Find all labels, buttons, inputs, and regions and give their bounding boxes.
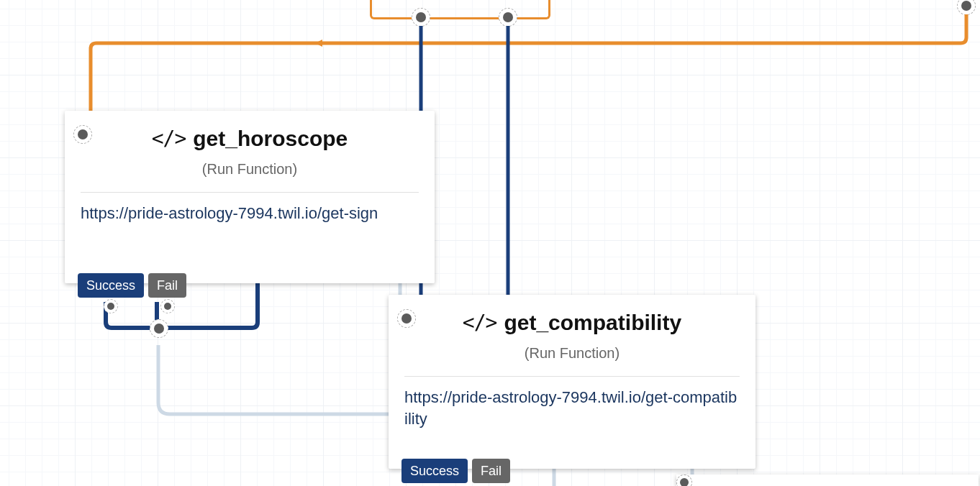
output-port[interactable] <box>499 8 517 27</box>
divider <box>81 192 419 193</box>
node-get-compatibility[interactable]: </> get_compatibility (Run Function) htt… <box>389 295 756 469</box>
node-url: https://pride-astrology-7994.twil.io/get… <box>81 203 419 224</box>
node-subtitle: (Run Function) <box>81 161 419 178</box>
code-icon: </> <box>152 129 186 149</box>
partial-node-corner[interactable] <box>676 474 979 486</box>
node-title: get_horoscope <box>193 127 348 151</box>
input-port[interactable] <box>73 125 92 144</box>
badge-label: Fail <box>481 464 502 478</box>
badge-label: Success <box>410 464 459 478</box>
output-port[interactable] <box>412 8 430 27</box>
output-port-fail[interactable] <box>160 299 175 313</box>
node-title: get_compatibility <box>504 311 681 335</box>
code-icon: </> <box>463 313 497 333</box>
node-get-horoscope[interactable]: </> get_horoscope (Run Function) https:/… <box>65 111 435 283</box>
flow-canvas[interactable]: </> get_horoscope (Run Function) https:/… <box>0 0 980 486</box>
badge-fail[interactable]: Fail <box>472 459 510 483</box>
input-port[interactable] <box>397 309 416 328</box>
node-url: https://pride-astrology-7994.twil.io/get… <box>404 387 740 429</box>
badge-fail[interactable]: Fail <box>148 273 186 298</box>
output-port-success[interactable] <box>104 299 118 313</box>
badge-label: Success <box>86 278 135 293</box>
divider <box>404 376 740 377</box>
merge-port[interactable] <box>150 319 168 338</box>
badge-success[interactable]: Success <box>78 273 144 298</box>
partial-node-top[interactable] <box>370 0 550 19</box>
badge-label: Fail <box>157 278 178 293</box>
badge-success[interactable]: Success <box>401 459 468 483</box>
node-subtitle: (Run Function) <box>404 345 740 362</box>
input-port[interactable] <box>676 474 979 486</box>
output-port[interactable] <box>957 0 976 15</box>
